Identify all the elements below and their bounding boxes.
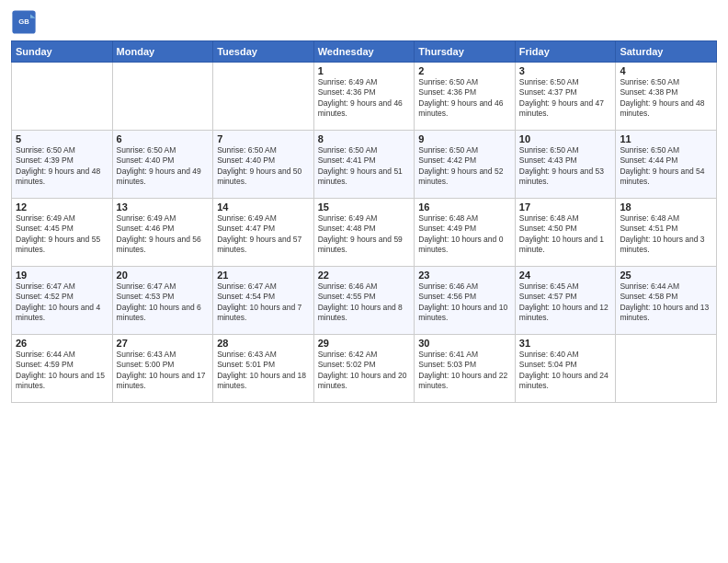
calendar-cell: 24Sunrise: 6:45 AM Sunset: 4:57 PM Dayli… bbox=[515, 267, 616, 335]
day-number: 8 bbox=[318, 133, 411, 144]
day-info: Sunrise: 6:48 AM Sunset: 4:51 PM Dayligh… bbox=[620, 213, 712, 256]
week-row-2: 5Sunrise: 6:50 AM Sunset: 4:39 PM Daylig… bbox=[12, 131, 717, 199]
day-info: Sunrise: 6:50 AM Sunset: 4:38 PM Dayligh… bbox=[620, 77, 712, 120]
day-info: Sunrise: 6:48 AM Sunset: 4:49 PM Dayligh… bbox=[418, 213, 511, 256]
week-row-3: 12Sunrise: 6:49 AM Sunset: 4:45 PM Dayli… bbox=[12, 199, 717, 267]
day-info: Sunrise: 6:50 AM Sunset: 4:36 PM Dayligh… bbox=[418, 77, 511, 120]
day-number: 16 bbox=[418, 201, 511, 213]
weekday-header-friday: Friday bbox=[515, 41, 616, 63]
calendar-cell: 11Sunrise: 6:50 AM Sunset: 4:44 PM Dayli… bbox=[616, 131, 717, 199]
day-number: 17 bbox=[519, 201, 612, 213]
day-number: 15 bbox=[318, 201, 411, 213]
calendar-cell bbox=[112, 63, 213, 131]
calendar-cell: 30Sunrise: 6:41 AM Sunset: 5:03 PM Dayli… bbox=[415, 335, 516, 403]
day-number: 25 bbox=[620, 270, 712, 281]
calendar-cell: 22Sunrise: 6:46 AM Sunset: 4:55 PM Dayli… bbox=[313, 267, 415, 335]
day-number: 22 bbox=[318, 270, 411, 281]
weekday-header-thursday: Thursday bbox=[415, 41, 516, 63]
weekday-header-sunday: Sunday bbox=[12, 41, 113, 63]
day-info: Sunrise: 6:50 AM Sunset: 4:40 PM Dayligh… bbox=[217, 145, 310, 188]
calendar-cell: 1Sunrise: 6:49 AM Sunset: 4:36 PM Daylig… bbox=[313, 63, 415, 131]
day-number: 30 bbox=[418, 338, 511, 349]
weekday-header-wednesday: Wednesday bbox=[313, 41, 415, 63]
day-info: Sunrise: 6:42 AM Sunset: 5:02 PM Dayligh… bbox=[318, 350, 411, 392]
calendar-table: SundayMondayTuesdayWednesdayThursdayFrid… bbox=[11, 40, 717, 403]
day-info: Sunrise: 6:50 AM Sunset: 4:39 PM Dayligh… bbox=[16, 145, 108, 188]
day-number: 23 bbox=[418, 270, 511, 281]
day-info: Sunrise: 6:49 AM Sunset: 4:36 PM Dayligh… bbox=[318, 77, 411, 120]
calendar-cell bbox=[213, 63, 314, 131]
calendar-cell: 15Sunrise: 6:49 AM Sunset: 4:48 PM Dayli… bbox=[313, 199, 415, 267]
day-number: 12 bbox=[16, 201, 108, 213]
calendar-cell: 20Sunrise: 6:47 AM Sunset: 4:53 PM Dayli… bbox=[112, 267, 213, 335]
day-info: Sunrise: 6:43 AM Sunset: 5:00 PM Dayligh… bbox=[117, 350, 210, 392]
day-info: Sunrise: 6:48 AM Sunset: 4:50 PM Dayligh… bbox=[519, 213, 612, 256]
calendar-cell: 10Sunrise: 6:50 AM Sunset: 4:43 PM Dayli… bbox=[515, 131, 616, 199]
day-number: 4 bbox=[620, 65, 712, 76]
day-number: 19 bbox=[16, 270, 108, 281]
calendar-cell: 29Sunrise: 6:42 AM Sunset: 5:02 PM Dayli… bbox=[313, 335, 415, 403]
calendar-cell: 19Sunrise: 6:47 AM Sunset: 4:52 PM Dayli… bbox=[12, 267, 113, 335]
day-info: Sunrise: 6:49 AM Sunset: 4:48 PM Dayligh… bbox=[318, 213, 411, 256]
day-number: 29 bbox=[318, 338, 411, 349]
day-number: 21 bbox=[217, 270, 310, 281]
header: GB bbox=[11, 9, 717, 35]
logo-icon: GB bbox=[11, 9, 37, 35]
day-info: Sunrise: 6:47 AM Sunset: 4:54 PM Dayligh… bbox=[217, 282, 310, 324]
calendar-cell: 12Sunrise: 6:49 AM Sunset: 4:45 PM Dayli… bbox=[12, 199, 113, 267]
calendar-cell: 27Sunrise: 6:43 AM Sunset: 5:00 PM Dayli… bbox=[112, 335, 213, 403]
calendar-cell: 28Sunrise: 6:43 AM Sunset: 5:01 PM Dayli… bbox=[213, 335, 314, 403]
weekday-header-tuesday: Tuesday bbox=[213, 41, 314, 63]
day-number: 28 bbox=[217, 338, 310, 349]
day-info: Sunrise: 6:50 AM Sunset: 4:37 PM Dayligh… bbox=[519, 77, 612, 120]
day-number: 18 bbox=[620, 201, 712, 213]
calendar-cell: 7Sunrise: 6:50 AM Sunset: 4:40 PM Daylig… bbox=[213, 131, 314, 199]
day-info: Sunrise: 6:49 AM Sunset: 4:46 PM Dayligh… bbox=[117, 213, 210, 256]
day-number: 5 bbox=[16, 133, 108, 144]
day-number: 11 bbox=[620, 133, 712, 144]
calendar-cell: 9Sunrise: 6:50 AM Sunset: 4:42 PM Daylig… bbox=[415, 131, 516, 199]
day-info: Sunrise: 6:50 AM Sunset: 4:44 PM Dayligh… bbox=[620, 145, 712, 188]
weekday-header-row: SundayMondayTuesdayWednesdayThursdayFrid… bbox=[12, 41, 717, 63]
day-info: Sunrise: 6:40 AM Sunset: 5:04 PM Dayligh… bbox=[519, 350, 612, 392]
day-number: 10 bbox=[519, 133, 612, 144]
calendar-cell: 21Sunrise: 6:47 AM Sunset: 4:54 PM Dayli… bbox=[213, 267, 314, 335]
day-number: 27 bbox=[117, 338, 210, 349]
page: GB SundayMondayTuesdayWednesdayThursdayF… bbox=[0, 0, 728, 563]
calendar-cell: 6Sunrise: 6:50 AM Sunset: 4:40 PM Daylig… bbox=[112, 131, 213, 199]
calendar-cell: 8Sunrise: 6:50 AM Sunset: 4:41 PM Daylig… bbox=[313, 131, 415, 199]
calendar-cell: 31Sunrise: 6:40 AM Sunset: 5:04 PM Dayli… bbox=[515, 335, 616, 403]
day-number: 1 bbox=[318, 65, 411, 76]
day-number: 7 bbox=[217, 133, 310, 144]
day-number: 9 bbox=[418, 133, 511, 144]
day-number: 13 bbox=[117, 201, 210, 213]
day-number: 6 bbox=[117, 133, 210, 144]
day-number: 20 bbox=[117, 270, 210, 281]
calendar-cell bbox=[616, 335, 717, 403]
week-row-1: 1Sunrise: 6:49 AM Sunset: 4:36 PM Daylig… bbox=[12, 63, 717, 131]
day-number: 3 bbox=[519, 65, 612, 76]
calendar-cell: 5Sunrise: 6:50 AM Sunset: 4:39 PM Daylig… bbox=[12, 131, 113, 199]
day-info: Sunrise: 6:49 AM Sunset: 4:45 PM Dayligh… bbox=[16, 213, 108, 256]
day-number: 31 bbox=[519, 338, 612, 349]
calendar-cell: 23Sunrise: 6:46 AM Sunset: 4:56 PM Dayli… bbox=[415, 267, 516, 335]
calendar-cell: 17Sunrise: 6:48 AM Sunset: 4:50 PM Dayli… bbox=[515, 199, 616, 267]
day-info: Sunrise: 6:46 AM Sunset: 4:55 PM Dayligh… bbox=[318, 282, 411, 324]
logo: GB bbox=[11, 9, 40, 35]
week-row-5: 26Sunrise: 6:44 AM Sunset: 4:59 PM Dayli… bbox=[12, 335, 717, 403]
day-info: Sunrise: 6:50 AM Sunset: 4:41 PM Dayligh… bbox=[318, 145, 411, 188]
day-info: Sunrise: 6:50 AM Sunset: 4:40 PM Dayligh… bbox=[117, 145, 210, 188]
calendar-cell: 16Sunrise: 6:48 AM Sunset: 4:49 PM Dayli… bbox=[415, 199, 516, 267]
svg-text:GB: GB bbox=[18, 17, 29, 26]
calendar-cell: 18Sunrise: 6:48 AM Sunset: 4:51 PM Dayli… bbox=[616, 199, 717, 267]
calendar-cell: 25Sunrise: 6:44 AM Sunset: 4:58 PM Dayli… bbox=[616, 267, 717, 335]
day-number: 26 bbox=[16, 338, 108, 349]
day-info: Sunrise: 6:50 AM Sunset: 4:42 PM Dayligh… bbox=[418, 145, 511, 188]
calendar-cell bbox=[12, 63, 113, 131]
week-row-4: 19Sunrise: 6:47 AM Sunset: 4:52 PM Dayli… bbox=[12, 267, 717, 335]
day-info: Sunrise: 6:47 AM Sunset: 4:52 PM Dayligh… bbox=[16, 282, 108, 324]
day-info: Sunrise: 6:41 AM Sunset: 5:03 PM Dayligh… bbox=[418, 350, 511, 392]
day-info: Sunrise: 6:44 AM Sunset: 4:58 PM Dayligh… bbox=[620, 282, 712, 324]
day-info: Sunrise: 6:49 AM Sunset: 4:47 PM Dayligh… bbox=[217, 213, 310, 256]
day-info: Sunrise: 6:43 AM Sunset: 5:01 PM Dayligh… bbox=[217, 350, 310, 392]
